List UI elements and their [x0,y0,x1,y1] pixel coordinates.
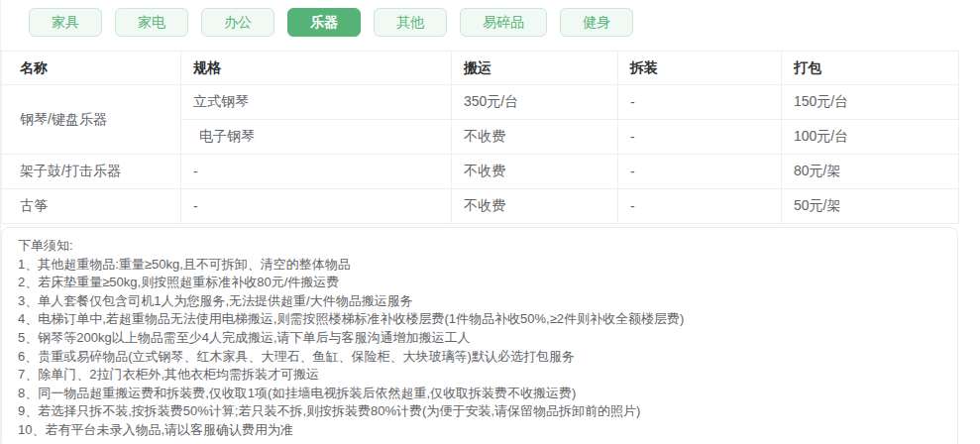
cell-moving-fee: 不收费 [452,120,618,155]
note-item: 7、除单门、2拉门衣柜外,其他衣柜均需拆装才可搬运 [18,366,941,385]
table-row: 钢琴/键盘乐器 立式钢琴 350元/台 - 150元/台 [2,85,959,120]
cell-moving-fee: 不收费 [452,189,618,224]
cell-disassembly-fee: - [618,120,782,155]
cell-spec: 电子钢琴 [181,120,452,155]
cell-disassembly-fee: - [618,85,782,120]
cell-spec: 立式钢琴 [181,85,452,120]
cell-spec: - [181,155,452,189]
tab-fragile[interactable]: 易碎品 [460,8,547,37]
cell-item-name: 古筝 [2,189,181,224]
table-row: 古筝 - 不收费 - 50元/架 [2,189,959,224]
note-item: 4、电梯订单中,若超重物品无法使用电梯搬运,则需按照楼梯标准补收楼层费(1件物品… [18,310,941,329]
column-header-name: 名称 [2,52,181,85]
category-tabs: 家具 家电 办公 乐器 其他 易碎品 健身 [1,0,980,37]
pricing-table: 名称 规格 搬运 拆装 打包 钢琴/键盘乐器 立式钢琴 350元/台 - 150… [1,51,959,224]
tab-office[interactable]: 办公 [201,8,274,37]
pricing-page: 家具 家电 办公 乐器 其他 易碎品 健身 名称 规格 搬运 拆装 打包 [0,0,980,444]
note-item: 3、单人套餐仅包含司机1人为您服务,无法提供超重/大件物品搬运服务 [18,292,941,311]
cell-packing-fee: 150元/台 [782,85,959,120]
column-header-disassembly: 拆装 [618,52,782,85]
tab-appliances[interactable]: 家电 [115,8,188,37]
table-row: 架子鼓/打击乐器 - 不收费 - 80元/架 [2,155,959,189]
tab-fitness[interactable]: 健身 [560,8,633,37]
column-header-moving: 搬运 [452,52,618,85]
note-item: 10、若有平台未录入物品,请以客服确认费用为准 [18,421,941,440]
note-item: 2、若床垫重量≥50kg,则按照超重标准补收80元/件搬运费 [18,274,941,292]
column-header-packing: 打包 [782,52,959,85]
cell-moving-fee: 不收费 [452,155,618,189]
note-item: 1、其他超重物品:重量≥50kg,且不可拆卸、清空的整体物品 [18,256,941,275]
cell-spec: - [181,189,452,224]
cell-disassembly-fee: - [618,189,782,224]
notes-title: 下单须知: [18,237,941,256]
table-header-row: 名称 规格 搬运 拆装 打包 [2,52,959,85]
cell-packing-fee: 80元/架 [782,155,959,189]
cell-packing-fee: 50元/架 [782,189,959,224]
note-item: 9、若选择只拆不装,按拆装费50%计算;若只装不拆,则按拆装费80%计费(为便于… [18,402,941,421]
cell-item-name: 架子鼓/打击乐器 [2,155,181,189]
pricing-table-container: 名称 规格 搬运 拆装 打包 钢琴/键盘乐器 立式钢琴 350元/台 - 150… [1,51,980,224]
note-item: 8、同一物品超重搬运费和拆装费,仅收取1项(如挂墙电视拆装后依然超重,仅收取拆装… [18,385,941,403]
cell-packing-fee: 100元/台 [782,120,959,155]
cell-item-name: 钢琴/键盘乐器 [2,85,181,155]
note-item: 6、贵重或易碎物品(立式钢琴、红木家具、大理石、鱼缸、保险柜、大块玻璃等)默认必… [18,348,941,367]
tab-instruments[interactable]: 乐器 [287,8,361,37]
tab-furniture[interactable]: 家具 [29,8,102,37]
order-notes-panel: 下单须知: 1、其他超重物品:重量≥50kg,且不可拆卸、清空的整体物品 2、若… [1,227,958,444]
cell-disassembly-fee: - [618,155,782,189]
tab-others[interactable]: 其他 [374,8,447,37]
note-item: 5、钢琴等200kg以上物品需至少4人完成搬运,请下单后与客服沟通增加搬运工人 [18,329,941,348]
column-header-spec: 规格 [181,52,452,85]
cell-moving-fee: 350元/台 [452,85,618,120]
